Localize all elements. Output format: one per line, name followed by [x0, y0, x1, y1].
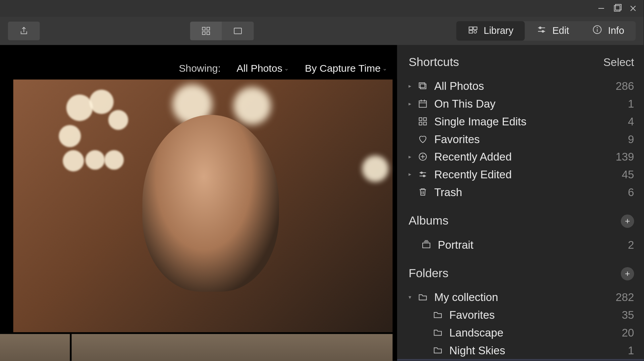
minimize-button[interactable] — [596, 3, 607, 14]
shortcut-recently-edited[interactable]: ▸ Recently Edited 45 — [409, 166, 634, 183]
grid-view-button[interactable] — [190, 22, 222, 40]
folder-my-collection[interactable]: ▾ My collection 282 — [409, 289, 634, 306]
svg-point-17 — [542, 31, 544, 32]
expand-icon[interactable]: ▸ — [409, 83, 415, 89]
thumbnail[interactable] — [0, 334, 70, 361]
window-titlebar — [0, 0, 644, 17]
shortcut-label: Recently Added — [434, 151, 615, 163]
expand-icon[interactable]: ▸ — [409, 101, 415, 107]
info-tab[interactable]: Info — [581, 21, 636, 41]
svg-rect-30 — [423, 122, 426, 125]
shortcut-count: 286 — [615, 80, 634, 93]
chevron-down-icon: ⌄ — [284, 65, 289, 72]
shortcut-favorites[interactable]: Favorites 9 — [409, 130, 634, 148]
shortcut-recently-added[interactable]: ▸ Recently Added 139 — [409, 148, 634, 166]
add-folder-button[interactable]: + — [621, 267, 634, 281]
filter-value: All Photos — [236, 62, 282, 74]
library-panel: Shortcuts Select ▸ All Photos 286 ▸ On T… — [397, 45, 644, 360]
shortcut-trash[interactable]: Trash 6 — [409, 183, 634, 201]
shortcut-all-photos[interactable]: ▸ All Photos 286 — [409, 77, 634, 95]
svg-rect-8 — [207, 32, 210, 35]
svg-rect-10 — [469, 27, 473, 29]
svg-point-15 — [539, 27, 541, 28]
info-icon — [592, 24, 603, 38]
svg-rect-12 — [469, 31, 473, 33]
folder-favorites[interactable]: Favorites 35 — [409, 306, 634, 324]
chevron-down-icon: ⌄ — [382, 65, 387, 72]
edit-tab[interactable]: Edit — [525, 21, 581, 41]
svg-rect-22 — [419, 83, 425, 87]
svg-rect-27 — [419, 118, 422, 121]
shortcut-count: 4 — [628, 115, 634, 128]
shortcut-label: Favorites — [434, 133, 628, 145]
panel-tabs: Library Edit Info — [456, 21, 636, 41]
close-button[interactable] — [628, 3, 639, 14]
expand-icon[interactable]: ▸ — [409, 171, 415, 177]
edit-tab-label: Edit — [552, 25, 569, 37]
shortcut-count: 45 — [622, 168, 634, 181]
album-count: 2 — [628, 238, 634, 251]
folder-icon — [432, 310, 443, 320]
folder-label: Night Skies — [449, 344, 628, 357]
main-photo[interactable] — [13, 79, 393, 332]
svg-rect-21 — [420, 84, 426, 89]
heart-icon — [417, 134, 428, 144]
svg-rect-6 — [207, 27, 210, 30]
shortcuts-select-button[interactable]: Select — [603, 56, 634, 69]
shortcut-label: Recently Edited — [434, 168, 622, 181]
shortcut-count: 9 — [628, 133, 634, 145]
share-button[interactable] — [8, 22, 40, 40]
svg-rect-7 — [202, 32, 205, 35]
album-label: Portrait — [438, 238, 628, 251]
folder-count: 35 — [622, 309, 634, 321]
folder-landscape[interactable]: Landscape 20 — [409, 324, 634, 342]
svg-point-20 — [597, 27, 597, 28]
folder-count: 1 — [628, 344, 634, 357]
svg-rect-29 — [419, 122, 422, 125]
svg-point-13 — [474, 31, 477, 33]
folder-icon — [417, 293, 428, 302]
view-mode-toggle — [190, 22, 254, 40]
svg-rect-1 — [614, 6, 620, 11]
folder-count: 282 — [615, 291, 634, 304]
info-tab-label: Info — [608, 25, 624, 37]
album-portrait[interactable]: Portrait 2 — [409, 236, 634, 254]
sliders-icon — [417, 170, 428, 179]
expand-icon[interactable]: ▸ — [409, 154, 415, 160]
folder-count: 20 — [622, 326, 634, 339]
photos-stack-icon — [417, 81, 428, 91]
photo-area[interactable] — [0, 79, 397, 360]
calendar-icon — [417, 99, 428, 109]
svg-rect-38 — [423, 243, 430, 248]
plus-circle-icon — [417, 152, 428, 162]
single-view-button[interactable] — [222, 22, 254, 40]
collapse-icon[interactable]: ▾ — [409, 294, 415, 300]
shortcut-label: Single Image Edits — [434, 115, 628, 128]
svg-rect-9 — [234, 28, 241, 34]
shortcut-count: 6 — [628, 186, 634, 198]
folder-icon — [432, 328, 443, 338]
sliders-icon — [536, 24, 547, 38]
shortcut-single-edits[interactable]: Single Image Edits 4 — [409, 113, 634, 130]
sort-dropdown[interactable]: By Capture Time ⌄ — [305, 62, 387, 74]
shortcut-label: Trash — [434, 186, 628, 198]
thumbnail[interactable] — [72, 334, 393, 361]
folder-label: Favorites — [449, 309, 622, 321]
folder-label: Landscape — [449, 326, 622, 339]
shortcuts-heading: Shortcuts — [409, 56, 459, 69]
library-icon — [468, 24, 479, 38]
folder-label: My collection — [434, 291, 615, 304]
trash-icon — [417, 187, 428, 197]
folder-organizing-sources[interactable]: Organizing Sources 91 — [397, 359, 644, 361]
folders-heading: Folders — [409, 267, 448, 281]
folder-night-skies[interactable]: Night Skies 1 — [409, 342, 634, 359]
album-icon — [421, 240, 432, 250]
showing-label: Showing: — [179, 62, 221, 74]
library-tab-label: Library — [484, 25, 514, 37]
svg-rect-23 — [419, 101, 426, 107]
library-tab[interactable]: Library — [456, 21, 525, 41]
filter-dropdown[interactable]: All Photos ⌄ — [236, 62, 289, 74]
maximize-button[interactable] — [612, 3, 623, 14]
shortcut-on-this-day[interactable]: ▸ On This Day 1 — [409, 95, 634, 113]
add-album-button[interactable]: + — [621, 215, 634, 228]
